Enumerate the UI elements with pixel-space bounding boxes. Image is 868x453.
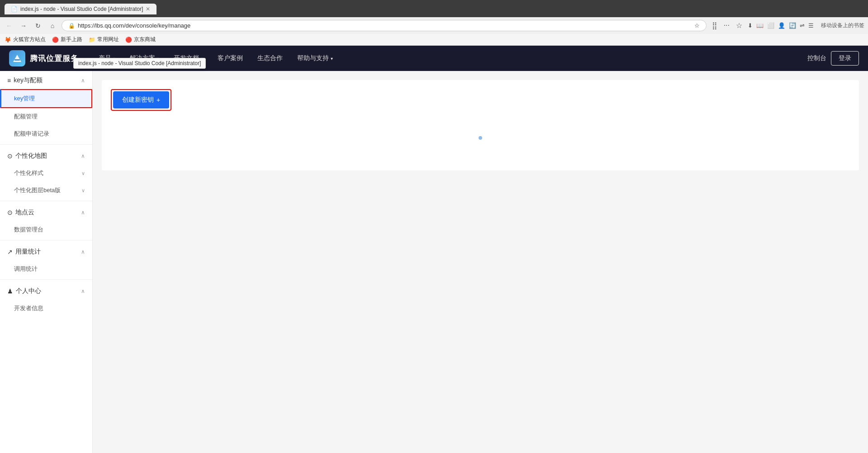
bookmark-jd-label: 京东商城 <box>134 36 156 43</box>
browser-tabs-row: 📄 index.js - node - Visual Studio Code [… <box>5 4 863 14</box>
site-logo: 腾讯位置服务 <box>9 50 79 66</box>
arrows-icon[interactable]: ⇌ <box>800 22 805 29</box>
login-button[interactable]: 登录 <box>831 51 859 66</box>
sidebar-group-header-cloud[interactable]: ⊙ 地点云 ∧ <box>0 203 92 221</box>
bookmarks-bar: 🦊 火狐官方站点 🔴 新手上路 📁 常用网址 🔴 京东商城 <box>0 34 868 46</box>
reload-button[interactable]: ↻ <box>33 20 43 31</box>
page-wrapper: 腾讯位置服务 产品 ▾ 解决方案 ▾ 开发文档 ▾ 客户案例 生态合作 帮助与支… <box>0 46 868 453</box>
bookmark-firefox-label: 火狐官方站点 <box>13 36 46 43</box>
loading-indicator <box>479 136 482 140</box>
sidebar-item-call-stats[interactable]: 调用统计 <box>0 260 92 278</box>
address-bar[interactable]: 🔒 https://lbs.qq.com/dev/console/key/man… <box>62 20 707 31</box>
sidebar-item-quota-manage[interactable]: 配额管理 <box>0 108 92 125</box>
download-icon[interactable]: ⬇ <box>748 22 753 29</box>
grid-icon[interactable]: ⣿ <box>710 20 719 31</box>
logo-icon <box>9 50 25 66</box>
group-title-map: ⊙ 个性化地图 <box>7 152 47 160</box>
sidebar-group-personal: ♟ 个人中心 ∧ 开发者信息 <box>0 282 92 317</box>
tab-close-icon[interactable]: ✕ <box>146 6 150 12</box>
security-icon: 🔒 <box>68 23 75 29</box>
create-key-button[interactable]: 创建新密钥 + <box>113 91 169 109</box>
bookmark-beginner[interactable]: 🔴 新手上路 <box>52 36 82 43</box>
sidebar-item-key-manage[interactable]: key管理 <box>0 89 92 108</box>
reading-icon[interactable]: 📖 <box>756 22 764 29</box>
vscode-tooltip: index.js - node - Visual Studio Code [Ad… <box>73 58 206 69</box>
bookmark-firefox[interactable]: 🦊 火狐官方站点 <box>5 36 46 43</box>
chevron-up-icon: ∧ <box>81 209 85 216</box>
logo-text: 腾讯位置服务 <box>30 53 79 64</box>
divider <box>0 240 92 241</box>
loading-area <box>111 124 850 151</box>
svg-marker-1 <box>13 55 21 62</box>
home-button[interactable]: ⌂ <box>47 20 58 31</box>
bookmark-common-icon: 📁 <box>89 37 95 43</box>
sidebar-group-header-stats[interactable]: ↗ 用量统计 ∧ <box>0 242 92 260</box>
sidebar-item-developer-info[interactable]: 开发者信息 <box>0 300 92 317</box>
group-title-stats: ↗ 用量统计 <box>7 248 41 256</box>
map-group-icon: ⊙ <box>7 152 13 160</box>
plus-icon: + <box>157 96 160 104</box>
bookmark-beginner-icon: 🔴 <box>52 37 59 43</box>
chevron-up-icon: ∧ <box>81 249 85 255</box>
more-icon[interactable]: ··· <box>722 20 731 31</box>
bookmark-common[interactable]: 📁 常用网址 <box>89 36 119 43</box>
menu-icon[interactable]: ☰ <box>808 22 814 29</box>
stats-group-icon: ↗ <box>7 248 13 255</box>
sidebar-group-stats: ↗ 用量统计 ∧ 调用统计 <box>0 242 92 278</box>
sync-icon[interactable]: 🔄 <box>789 22 796 29</box>
bookmark-jd-icon: 🔴 <box>125 37 132 43</box>
bookmark-star-icon[interactable]: ☆ <box>734 20 744 31</box>
chevron-down-icon: ∨ <box>81 170 85 176</box>
tab-label: index.js - node - Visual Studio Code [Ad… <box>20 6 143 12</box>
create-button-wrapper: 创建新密钥 + <box>111 89 171 111</box>
screen-icon[interactable]: ⬜ <box>767 22 774 29</box>
tab-favicon: 📄 <box>11 6 18 12</box>
chevron-up-icon: ∧ <box>81 153 85 159</box>
star-icon[interactable]: ☆ <box>694 22 700 29</box>
url-text: https://lbs.qq.com/dev/console/key/manag… <box>78 22 692 29</box>
chevron-down-icon: ▾ <box>331 56 333 61</box>
nav-item-cases[interactable]: 客户案例 <box>211 51 249 66</box>
sidebar-group-header-personal[interactable]: ♟ 个人中心 ∧ <box>0 282 92 300</box>
chevron-up-icon: ∧ <box>81 77 85 84</box>
sidebar-group-header-map[interactable]: ⊙ 个性化地图 ∧ <box>0 146 92 165</box>
bookmark-jd[interactable]: 🔴 京东商城 <box>125 36 156 43</box>
chevron-up-icon: ∧ <box>81 288 85 294</box>
sidebar: ≡ key与配额 ∧ key管理 配额管理 配额申请记录 <box>0 71 93 453</box>
main-area: ≡ key与配额 ∧ key管理 配额管理 配额申请记录 <box>0 71 868 453</box>
browser-nav-row: ← → ↻ ⌂ 🔒 https://lbs.qq.com/dev/console… <box>0 17 868 34</box>
divider <box>0 279 92 280</box>
mobile-bookmarks-label: 移动设备上的书签 <box>821 22 864 29</box>
svg-rect-2 <box>14 59 20 61</box>
sidebar-item-data-manage[interactable]: 数据管理台 <box>0 221 92 238</box>
dashboard-link[interactable]: 控制台 <box>807 54 826 62</box>
bookmark-firefox-icon: 🦊 <box>5 37 11 43</box>
nav-item-help[interactable]: 帮助与支持 ▾ <box>291 51 339 66</box>
profile-icon[interactable]: 👤 <box>778 22 785 29</box>
content-card: 创建新密钥 + <box>102 80 859 170</box>
nav-item-ecosystem[interactable]: 生态合作 <box>251 51 289 66</box>
sidebar-group-key: ≡ key与配额 ∧ key管理 配额管理 配额申请记录 <box>0 71 92 142</box>
chevron-down-icon: ∨ <box>81 188 85 193</box>
back-button[interactable]: ← <box>4 20 14 31</box>
forward-button[interactable]: → <box>18 20 29 31</box>
group-title-cloud: ⊙ 地点云 <box>7 208 34 217</box>
group-title-key: ≡ key与配额 <box>7 76 43 85</box>
browser-tab-active[interactable]: 📄 index.js - node - Visual Studio Code [… <box>5 4 157 14</box>
sidebar-group-header-key[interactable]: ≡ key与配额 ∧ <box>0 71 92 89</box>
browser-right-icons: ⬇ 📖 ⬜ 👤 🔄 ⇌ ☰ <box>748 22 814 29</box>
sidebar-group-cloud: ⊙ 地点云 ∧ 数据管理台 <box>0 203 92 238</box>
nav-actions: ⣿ ··· ☆ <box>710 20 744 31</box>
content-area: 创建新密钥 + <box>93 71 868 453</box>
bookmark-beginner-label: 新手上路 <box>61 36 82 43</box>
sidebar-item-map-layer[interactable]: 个性化图层beta版 ∨ <box>0 182 92 199</box>
sidebar-group-map: ⊙ 个性化地图 ∧ 个性化样式 ∨ 个性化图层beta版 ∨ <box>0 146 92 199</box>
group-title-personal: ♟ 个人中心 <box>7 287 41 295</box>
sidebar-item-map-style[interactable]: 个性化样式 ∨ <box>0 165 92 182</box>
sidebar-item-quota-records[interactable]: 配额申请记录 <box>0 125 92 142</box>
cloud-group-icon: ⊙ <box>7 209 13 216</box>
key-group-icon: ≡ <box>7 77 11 84</box>
personal-group-icon: ♟ <box>7 288 13 295</box>
divider <box>0 201 92 201</box>
bookmark-common-label: 常用网址 <box>97 36 119 43</box>
